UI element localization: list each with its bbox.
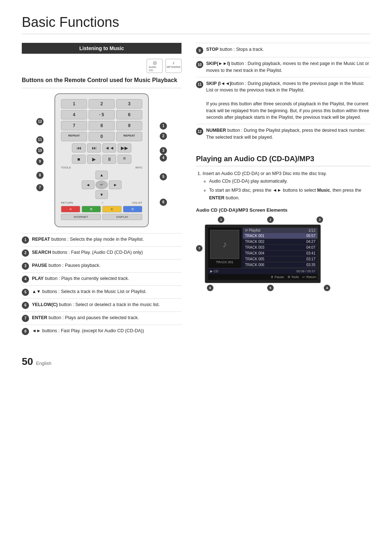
left-column: Listening to Music ◎ Audio CD ♪ MP3/WMA …	[22, 43, 181, 367]
screen-callout-1: 1	[218, 216, 224, 223]
screen-track-5: TRACK 00503:17	[243, 256, 318, 262]
remote-image: 1 2 3 4 · 5 6 7 8 9 REPEAT 0 REPEAT ⏮ ⏭	[54, 93, 149, 227]
item-row-5: 5 ▲▼ buttons : Selects a track in the Mu…	[22, 285, 181, 298]
remote-key-repeat2[interactable]: REPEAT	[116, 132, 142, 141]
remote-nav-up[interactable]: ▲	[95, 171, 108, 179]
screen-callout-2: 2	[267, 216, 274, 223]
remote-key-7[interactable]: 7	[61, 121, 87, 130]
screen-bottom-callouts: 6 5 4	[196, 283, 334, 291]
remote-key-0[interactable]: 0	[89, 132, 115, 141]
playing-title: Playing an Audio CD (CD-DA)/MP3	[196, 155, 370, 166]
remote-key-2[interactable]: 2	[89, 99, 115, 109]
right-items-list: 9 STOP button : Stops a track. 10 SKIP(►…	[196, 43, 370, 144]
remote-key-repeat[interactable]: REPEAT	[61, 132, 87, 141]
item-row-4: 4 PLAY button : Plays the currently sele…	[22, 272, 181, 285]
right-item-row-10: 10 SKIP(►►I) button : During playback, m…	[196, 57, 370, 77]
screen-footer: ⏸ Pause ⚙ Tools ↩ Return	[208, 274, 318, 280]
remote-subtitle: Buttons on the Remote Control used for M…	[22, 77, 181, 88]
callout-8: 8	[36, 172, 44, 179]
screen-callout-5: 5	[267, 285, 274, 291]
item-row-6: 6 YELLOW(C) button : Select or deselect …	[22, 298, 181, 312]
remote-btn-a[interactable]: A	[61, 206, 80, 212]
remote-nav-left[interactable]: ◄	[82, 180, 94, 189]
remote-nav-labels-top: TOOLS INFO	[61, 166, 142, 169]
callout-9: 9	[36, 158, 44, 165]
right-item-num-11: 11	[196, 81, 203, 88]
item-num-3: 3	[22, 263, 29, 270]
item-num-8: 8	[22, 328, 29, 335]
screen-album-art: ♪	[210, 230, 239, 259]
remote-key-6[interactable]: 6	[116, 110, 142, 119]
screen-with-callouts: 7 ♪ TRACK 001	[196, 224, 334, 283]
remote-pause[interactable]: ⏸	[102, 155, 116, 164]
left-items-list: 1 REPEAT buttons : Selects the play mode…	[22, 233, 181, 338]
screen-callout-3: 3	[317, 216, 323, 223]
remote-rewind[interactable]: ◄◄	[102, 143, 116, 152]
remote-nav-down[interactable]: ▼	[95, 190, 108, 199]
remote-key-4[interactable]: 4	[61, 110, 87, 119]
screen-top-callouts: 1 2 3	[196, 216, 334, 224]
callout-6: 6	[160, 199, 167, 206]
page-number: 50	[22, 356, 33, 367]
remote-key-9[interactable]: 9	[116, 121, 142, 130]
screen-progress-row: ▶ CD 00:08 / 05:57	[208, 268, 318, 274]
remote-skip-fwd[interactable]: ⏭	[87, 143, 101, 152]
item-num-5: 5	[22, 289, 29, 296]
page-number-area: 50 English	[22, 345, 181, 367]
remote-skip-back[interactable]: ⏮	[72, 143, 86, 152]
right-item-num-9: 9	[196, 47, 203, 54]
screen-display: ♪ TRACK 001 ⟳ Playlist 1/12	[205, 224, 321, 283]
item-text-1: REPEAT buttons : Selects the play mode i…	[32, 236, 144, 243]
right-item-row-11: 11 SKIP (I◄◄)button : During playback, m…	[196, 77, 370, 124]
remote-play[interactable]: ▶	[87, 155, 101, 164]
screen-mockup-wrapper: 1 2 3 7 ♪	[196, 216, 334, 291]
remote-btn-d[interactable]: D	[123, 206, 142, 212]
remote-stop[interactable]: ■	[72, 155, 86, 164]
item-num-6: 6	[22, 302, 29, 309]
remote-key-3[interactable]: 3	[116, 99, 142, 109]
remote-bottom-labels: INTERNET DISPLAY	[61, 214, 142, 220]
remote-nav-enter[interactable]: ↵	[95, 180, 108, 189]
screen-track-1: TRACK 00105:57	[243, 233, 318, 239]
remote-btn-internet[interactable]: INTERNET	[61, 214, 101, 220]
remote-btn-display[interactable]: DISPLAY	[102, 214, 142, 220]
screen-track-list: ⟳ Playlist 1/12 TRACK 00105:57 TRACK 002…	[243, 228, 318, 268]
screen-track-2: TRACK 00204:27	[243, 239, 318, 245]
right-item-row-12: 12 NUMBER button : During the Playlist p…	[196, 124, 370, 144]
right-item-num-10: 10	[196, 61, 203, 68]
audio-cd-icon: ◎ Audio CD	[147, 59, 163, 73]
remote-extra[interactable]: ⊞	[118, 155, 131, 164]
screen-callout-4: 4	[324, 285, 330, 291]
right-item-text-10: SKIP(►►I) button : During playback, move…	[206, 60, 370, 74]
remote-fforward[interactable]: ▶▶	[118, 143, 131, 152]
screen-track-3: TRACK 00304:07	[243, 245, 318, 251]
callout-12: 12	[36, 118, 44, 125]
item-row-7: 7 ENTER button : Plays and pauses the se…	[22, 312, 181, 325]
screen-left-callouts: 7	[196, 224, 205, 283]
remote-key-8[interactable]: 8	[89, 121, 115, 130]
callout-1: 1	[160, 122, 167, 130]
remote-diagram: 1 2 3 4 · 5 6 7 8 9 REPEAT 0 REPEAT ⏮ ⏭	[40, 93, 163, 227]
remote-key-5[interactable]: · 5	[89, 110, 115, 119]
item-row-3: 3 PAUSE button : Pauses playback.	[22, 259, 181, 272]
screen-album-area: ♪ TRACK 001	[208, 228, 241, 268]
callout-3: 3	[160, 147, 167, 154]
remote-btn-b[interactable]: B	[82, 206, 101, 212]
remote-key-1[interactable]: 1	[61, 99, 87, 109]
right-item-text-12: NUMBER button : During the Playlist play…	[206, 127, 370, 141]
remote-transport: ⏮ ⏭ ◄◄ ▶▶	[61, 143, 142, 152]
remote-color-buttons: A B C D	[61, 206, 142, 212]
item-num-1: 1	[22, 236, 29, 244]
remote-nav-pad: ▲ ◄ ↵ ► ▼	[82, 171, 122, 199]
section-header: Listening to Music	[22, 43, 181, 54]
remote-btn-c[interactable]: C	[102, 206, 122, 212]
playing-steps: Insert an Audio CD (CD-DA) or an MP3 Dis…	[196, 170, 370, 202]
item-text-2: SEARCH buttons : Fast Play. (Audio CD (C…	[32, 249, 143, 256]
screen-content-top: ♪ TRACK 001 ⟳ Playlist 1/12	[208, 228, 318, 268]
item-row-8: 8 ◄► buttons : Fast Play. (except for Au…	[22, 325, 181, 338]
callout-2: 2	[160, 133, 167, 140]
page-language: English	[36, 361, 52, 366]
screen-callout-7: 7	[196, 245, 203, 252]
remote-nav-right[interactable]: ►	[109, 180, 122, 189]
item-text-6: YELLOW(C) button : Select or deselect a …	[32, 301, 160, 308]
